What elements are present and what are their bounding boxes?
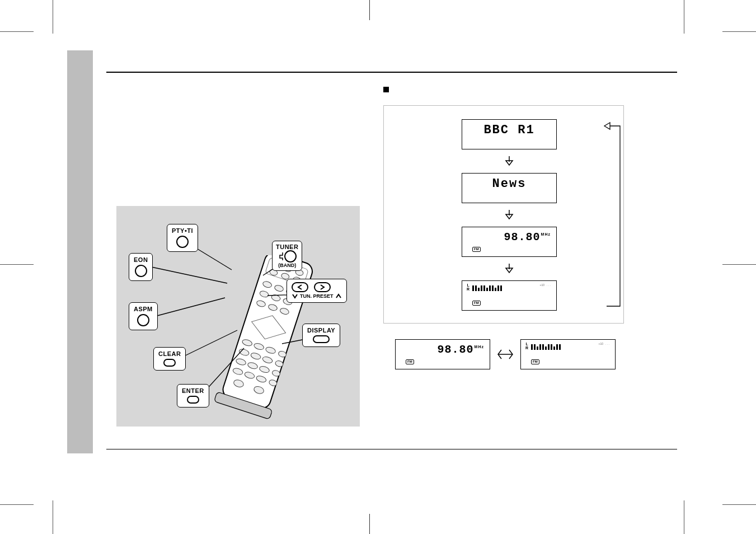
label-enter: ENTER — [182, 387, 204, 394]
square-bullet-icon — [383, 87, 389, 92]
display-cycle-panel: BBC R1 News 98.80MHz FM — [383, 105, 624, 324]
label-band: (BAND) — [276, 263, 298, 268]
arrow-down-icon — [503, 263, 515, 275]
lcd-top-markers: +10. . . — [599, 342, 609, 345]
chevron-up-icon — [335, 293, 342, 299]
lr-label: LR — [525, 342, 528, 350]
fm-badge: FM — [406, 359, 414, 364]
label-tun-preset: TUN. PRESET — [300, 293, 334, 299]
enter-button-icon — [187, 396, 199, 404]
lcd-frequency-text: 98.80MHz — [504, 227, 551, 243]
lcd-frequency-alt-text: 98.80MHz — [438, 340, 484, 356]
pty-ti-button-icon — [176, 236, 189, 248]
lcd-level-meter-alt: LR +10. . . FM — [520, 339, 616, 369]
margin-stripe — [67, 50, 93, 453]
display-toggle-pair: 98.80MHz FM LR +10. . . — [395, 339, 692, 369]
chevron-down-icon — [292, 293, 298, 299]
callout-eon: EON — [129, 253, 153, 281]
two-way-arrow-icon — [497, 348, 514, 361]
lcd-programme-type-text: News — [492, 174, 527, 191]
cycle-return-arrow-icon — [603, 121, 621, 301]
callout-pty-ti: PTY•TI — [167, 224, 198, 252]
lcd-programme-type: News — [462, 173, 557, 203]
lcd-station-name: BBC R1 — [462, 119, 557, 149]
fm-badge: FM — [472, 301, 481, 306]
aspm-button-icon — [137, 314, 149, 326]
bottom-rule — [106, 449, 677, 449]
document-page: PTY•TI EON ASPM CLEAR ENTER TUNER (BAND) — [67, 50, 691, 487]
lcd-station-name-text: BBC R1 — [483, 120, 534, 137]
eon-button-icon — [135, 265, 147, 277]
lcd-frequency-alt: 98.80MHz FM — [395, 339, 490, 369]
preset-left-button-icon — [292, 282, 308, 292]
display-sequence-section: BBC R1 News 98.80MHz FM — [383, 84, 677, 324]
callout-clear: CLEAR — [153, 347, 186, 371]
clear-button-icon — [163, 359, 176, 367]
lr-label: LR — [467, 283, 469, 291]
lcd-top-markers: +10. . . — [540, 283, 551, 287]
label-clear: CLEAR — [158, 350, 181, 357]
callout-tuner: TUNER (BAND) — [272, 241, 302, 271]
label-eon: EON — [134, 256, 148, 263]
label-aspm: ASPM — [134, 306, 153, 312]
label-pty-ti: PTY•TI — [172, 227, 193, 234]
callout-tun-preset: TUN. PRESET — [287, 279, 347, 303]
remote-illustration: PTY•TI EON ASPM CLEAR ENTER TUNER (BAND) — [116, 206, 360, 427]
display-button-icon — [313, 335, 330, 343]
arrow-down-icon — [503, 209, 515, 221]
tuner-button-icon — [284, 250, 297, 263]
fm-badge: FM — [472, 247, 481, 252]
level-bars-icon — [531, 342, 561, 350]
lcd-level-meter: LR +10. . . FM — [462, 280, 557, 311]
lcd-frequency: 98.80MHz FM — [462, 227, 557, 257]
callout-enter: ENTER — [177, 384, 209, 407]
callout-display: DISPLAY — [302, 324, 340, 347]
preset-right-button-icon — [314, 282, 331, 292]
fm-badge: FM — [531, 359, 539, 364]
top-rule — [106, 72, 677, 73]
tuner-bracket-icon — [278, 251, 284, 261]
level-bars-icon — [472, 283, 502, 291]
label-tuner: TUNER — [276, 243, 298, 250]
arrow-down-icon — [503, 155, 515, 167]
callout-aspm: ASPM — [129, 302, 158, 330]
label-display: DISPLAY — [307, 327, 335, 334]
